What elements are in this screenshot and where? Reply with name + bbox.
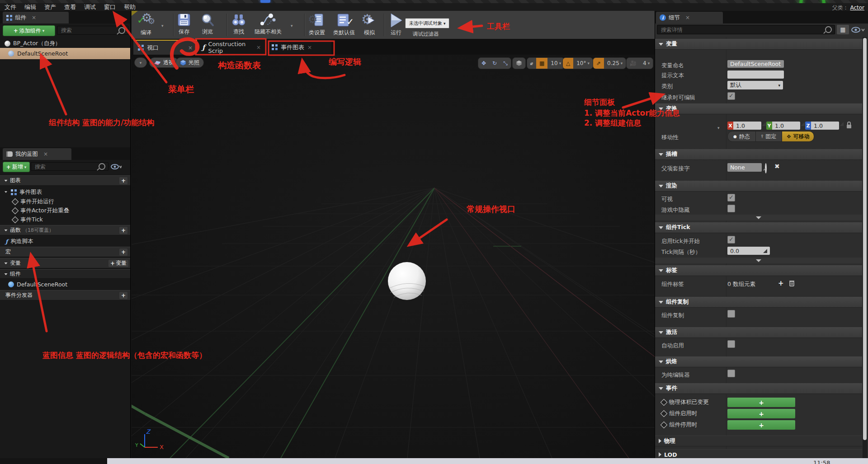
scale-tool-icon[interactable]: ⤡ [500,58,511,69]
details-grid-button[interactable]: ▦ [837,25,849,34]
details-eye-icon[interactable] [851,27,865,33]
tree-item-event-graph[interactable]: 事件图表 [4,187,42,197]
details-search[interactable] [657,25,835,34]
section-cooking[interactable]: 烘焙 [655,356,862,367]
world-space-button[interactable] [512,57,526,69]
blueprint-add-new-button[interactable]: + 新增 ▾ [3,162,30,172]
compile-options-caret[interactable]: ▾ [161,23,164,28]
blueprint-search-input[interactable] [34,163,99,170]
play-button[interactable]: 运行 [388,13,404,37]
add-event-physics-volume-button[interactable]: + [727,398,795,407]
components-search-input[interactable] [60,27,118,34]
editor-only-checkbox[interactable] [727,370,735,377]
add-component-button[interactable]: + 添加组件 ▾ [3,25,55,36]
section-events[interactable]: 事件 [655,383,862,394]
scale-y-field[interactable]: Y 1.0 [766,122,805,130]
perspective-button[interactable]: 透视 [149,57,179,68]
lit-mode-button[interactable]: 光照 [175,57,204,68]
close-icon[interactable]: × [43,151,48,157]
components-section-header[interactable]: 组件 [0,269,130,279]
menu-edit[interactable]: 编辑 [24,3,36,11]
menu-asset[interactable]: 资产 [44,3,56,11]
find-button[interactable]: 查找 [231,13,246,36]
eye-filter-icon[interactable] [111,164,122,170]
surface-snap-icon[interactable]: ⸙ [527,58,536,69]
browse-button[interactable]: 浏览 [200,13,215,36]
add-event-deactivated-button[interactable]: + [727,420,795,430]
macros-header[interactable]: 宏 + [0,247,130,257]
editable-checkbox[interactable]: ✓ [727,92,735,100]
socket-search-icon[interactable] [765,163,767,173]
menu-file[interactable]: 文件 [5,3,16,11]
scale-caret[interactable]: ▾ [661,124,720,131]
tab-event-graph[interactable]: 事件图表 × [267,40,331,55]
close-icon[interactable]: × [32,14,36,21]
tab-details[interactable]: i 细节 × [656,12,723,23]
grid-snap-icon[interactable]: ▦ [536,58,547,69]
graphs-header[interactable]: 图表 + [0,175,130,186]
components-search[interactable] [57,26,128,35]
tab-components[interactable]: 组件 × [3,12,69,23]
replicates-checkbox[interactable] [727,310,735,318]
section-sockets[interactable]: 插槽 [655,149,862,160]
functions-header[interactable]: 函数 （18可覆盖） + [0,225,130,235]
menu-window[interactable]: 窗口 [104,3,116,11]
tick-interval-input[interactable]: 0.0 [727,247,770,255]
dispatchers-header[interactable]: 事件分发器 + [0,290,130,300]
tree-item-event-tick[interactable]: 事件Tick [13,215,43,224]
start-tick-checkbox[interactable]: ✓ [727,236,735,244]
add-function-button[interactable]: + [119,227,127,234]
class-settings-button[interactable]: ⚙ 类设置 [309,13,325,37]
tree-item-event-beginplay[interactable]: 事件开始运行 [13,197,54,206]
section-activation[interactable]: 激活 [655,327,862,338]
menu-help[interactable]: 帮助 [124,3,136,11]
section-component-tick[interactable]: 组件Tick [655,222,862,233]
variables-header[interactable]: 变量 + 变量 [0,258,130,268]
menu-debug[interactable]: 调试 [84,3,96,11]
tab-construction-script[interactable]: ƒ Construction Scrip × [198,40,265,55]
tab-viewport[interactable]: 视口 × [133,40,197,55]
move-tool-icon[interactable]: ✥ [478,58,489,69]
mobility-static[interactable]: ●静态 [728,131,756,141]
mobility-stationary[interactable]: ⫯固定 [756,131,782,141]
class-defaults-button[interactable]: ✓ 类默认值 [333,13,355,37]
details-search-input[interactable] [660,26,825,33]
tree-item-bp-actor[interactable]: BP_Actor（自身） [5,39,61,48]
add-event-activated-button[interactable]: + [727,409,795,418]
scale-snap-icon[interactable]: ⇗ [593,58,604,69]
trash-icon[interactable] [789,280,795,286]
close-icon[interactable]: × [256,44,261,51]
close-icon[interactable]: × [307,44,312,51]
close-icon[interactable]: × [685,14,690,21]
parent-class-link[interactable]: Actor [850,5,864,11]
section-physics[interactable]: 物理 [655,436,862,446]
viewport-options-button[interactable]: ▾ [134,57,147,68]
angle-snap-value[interactable]: 10°▾ [573,58,593,69]
details-scrollbar-thumb[interactable] [863,38,867,440]
tooltip-input[interactable] [727,70,784,79]
hidden-in-game-checkbox[interactable] [727,205,735,212]
section-tags[interactable]: 标签 [655,265,862,276]
save-button[interactable]: 保存 [177,13,191,36]
scale-z-field[interactable]: Z 1.0 [805,122,844,130]
angle-snap-icon[interactable]: △ [563,58,573,69]
auto-activate-checkbox[interactable] [727,340,735,348]
rotate-tool-icon[interactable]: ↻ [489,58,500,69]
section-transform[interactable]: 变换 [655,103,862,114]
tree-item-defaultsceneroot-bp[interactable]: DefaultSceneRoot [8,280,67,289]
tab-myblueprint[interactable]: 我的蓝图 × [3,148,71,160]
simulate-button[interactable]: ⚙ 模拟 [361,13,377,37]
hide-unrelated-button[interactable]: 隐藏不相关 [255,13,282,36]
add-tag-icon[interactable]: + [778,279,784,287]
lock-icon[interactable] [846,121,852,129]
tree-item-construction-script[interactable]: ƒ 构造脚本 [5,237,33,246]
add-variable-button[interactable]: + 变量 [108,260,128,267]
section-variable[interactable]: 变量 [655,39,862,50]
add-dispatcher-button[interactable]: + [119,292,127,299]
rendering-expand-row[interactable] [655,215,862,220]
variable-name-value[interactable]: DefaultSceneRoot [727,60,784,68]
scale-snap-value[interactable]: 0.25▾ [604,58,626,69]
mobility-movable[interactable]: ✥可移动 [782,131,814,141]
parent-socket-value[interactable]: None [727,163,762,172]
tree-item-event-actoroverlap[interactable]: 事件Actor开始重叠 [13,206,69,215]
